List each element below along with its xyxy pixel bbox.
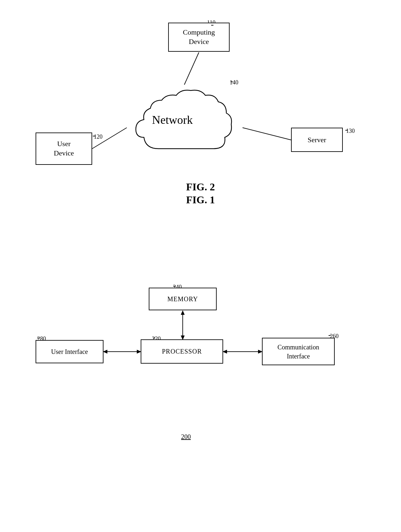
svg-line-2: [243, 128, 291, 140]
page: 110 ComputingDevice 140 Network 120 User…: [0, 0, 401, 532]
memory-box: MEMORY: [149, 288, 217, 310]
fig1-title-text: FIG. 1: [186, 194, 215, 206]
processor-label: PROCESSOR: [162, 348, 202, 355]
comm-interface-box: CommunicationInterface: [262, 338, 335, 365]
user-device-label: UserDevice: [54, 139, 74, 158]
svg-marker-11: [103, 350, 107, 354]
svg-marker-9: [181, 310, 185, 315]
fig1-caption: FIG. 1: [0, 194, 401, 206]
processor-box: PROCESSOR: [141, 339, 223, 364]
comm-interface-label: CommunicationInterface: [277, 343, 319, 361]
svg-line-0: [184, 52, 199, 85]
ref-120: 120: [94, 133, 103, 140]
memory-label: MEMORY: [168, 295, 198, 303]
user-interface-box: User Interface: [36, 340, 103, 363]
server-box: Server: [291, 128, 343, 152]
user-interface-label: User Interface: [51, 348, 88, 356]
ref-130: 130: [346, 128, 355, 134]
server-label: Server: [308, 136, 326, 144]
fig2-title-text: FIG. 2: [186, 181, 215, 193]
fig2-diagram: 240 MEMORY 220 PROCESSOR 280 User Interf…: [26, 265, 375, 485]
computing-device-label: ComputingDevice: [183, 28, 215, 46]
fig2-caption: FIG. 2: [0, 181, 401, 193]
user-device-box: UserDevice: [36, 133, 92, 165]
network-label: Network: [152, 113, 193, 127]
computing-device-box: ComputingDevice: [168, 23, 230, 52]
svg-marker-15: [222, 350, 227, 354]
ref-200: 200: [181, 433, 191, 441]
network-cloud-svg: [126, 84, 243, 171]
